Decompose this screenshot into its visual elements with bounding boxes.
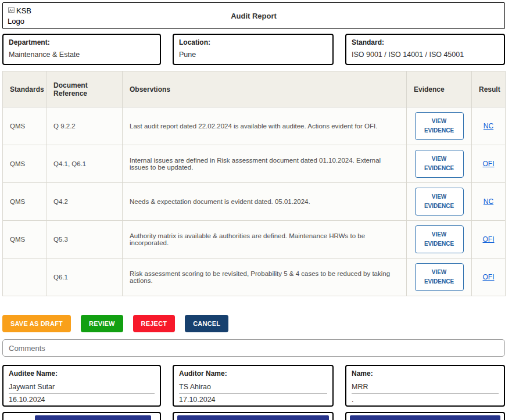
cell-observation: Needs & expectation document is evident …	[123, 183, 407, 221]
table-row: Q6.1 Risk assessment scoring to be revis…	[3, 259, 506, 296]
standard-label: Standard:	[352, 38, 499, 46]
signature-bar[interactable]	[350, 415, 500, 420]
auditee-signature-box	[2, 412, 161, 420]
result-link[interactable]: OFI	[483, 273, 495, 281]
department-field: Department: Maintenance & Estate	[2, 34, 161, 65]
location-label: Location:	[179, 38, 327, 46]
signature-bar[interactable]	[177, 415, 329, 420]
comments-input[interactable]	[2, 339, 505, 357]
name-value[interactable]: MRR	[352, 383, 499, 394]
col-header-observations: Observtions	[123, 71, 407, 107]
view-evidence-button[interactable]: VIEW EVIDENCE	[415, 263, 464, 291]
signoff-row: Auditee Name: Jaywant Sutar 16.10.2024 A…	[2, 365, 505, 407]
table-row: QMS Q5.3 Authority matrix is available &…	[3, 221, 506, 259]
cancel-button[interactable]: CANCEL	[185, 315, 228, 332]
cell-observation: Internal issues are defined in Risk asse…	[123, 145, 407, 183]
name-signoff-box: Name: MRR .	[345, 365, 505, 407]
table-row: QMS Q4.2 Needs & expectation document is…	[3, 183, 506, 221]
table-header-row: Standards Document Reference Observtions…	[3, 71, 506, 107]
cell-standard: QMS	[3, 221, 46, 259]
save-as-draft-button[interactable]: SAVE AS DRAFT	[2, 315, 71, 332]
view-evidence-button[interactable]: VIEW EVIDENCE	[415, 150, 464, 178]
signature-bar[interactable]	[35, 415, 151, 420]
report-header: KSB Logo Audit Report	[2, 2, 505, 29]
cell-doc-reference: Q 9.2.2	[46, 107, 123, 145]
name-label: Name:	[352, 369, 499, 378]
auditor-signoff-box: Auditor Name: TS Ahirao 17.10.2024	[173, 365, 334, 407]
view-evidence-button[interactable]: VIEW EVIDENCE	[415, 188, 464, 216]
result-link[interactable]: OFI	[483, 160, 495, 168]
cell-observation: Risk assessment scoring to be revisited,…	[123, 259, 407, 296]
auditee-name-label: Auditee Name:	[9, 369, 155, 378]
cell-standard	[3, 259, 46, 296]
mrr-signature-box	[345, 412, 505, 420]
result-link[interactable]: OFI	[483, 235, 495, 243]
action-button-row: SAVE AS DRAFT REVIEW REJECT CANCEL	[2, 315, 505, 332]
auditee-signoff-box: Auditee Name: Jaywant Sutar 16.10.2024	[2, 365, 161, 407]
cell-doc-reference: Q6.1	[46, 259, 123, 296]
standard-value[interactable]: ISO 9001 / ISO 14001 / ISO 45001	[352, 51, 499, 59]
auditor-name-value[interactable]: TS Ahirao	[179, 383, 327, 394]
review-button[interactable]: REVIEW	[81, 315, 123, 332]
broken-image-icon	[8, 6, 15, 14]
auditor-name-label: Auditor Name:	[179, 369, 327, 378]
audit-report-page: KSB Logo Audit Report Department: Mainte…	[0, 0, 507, 420]
col-header-document-reference: Document Reference	[46, 71, 123, 107]
info-row: Department: Maintenance & Estate Locatio…	[2, 34, 505, 65]
cell-observation: Authority matrix is available & authorit…	[123, 221, 407, 259]
auditee-date-value[interactable]: 16.10.2024	[9, 396, 155, 406]
cell-observation: Last audit report dated 22.02.2024 is av…	[123, 107, 407, 145]
view-evidence-button[interactable]: VIEW EVIDENCE	[415, 225, 464, 253]
result-link[interactable]: NC	[484, 198, 493, 206]
cell-standard: QMS	[3, 145, 46, 183]
audit-observations-table: Standards Document Reference Observtions…	[2, 71, 506, 296]
department-value[interactable]: Maintenance & Estate	[9, 51, 155, 59]
reject-button[interactable]: REJECT	[133, 315, 176, 332]
table-row: QMS Q4.1, Q6.1 Internal issues are defin…	[3, 145, 506, 183]
table-row: QMS Q 9.2.2 Last audit report dated 22.0…	[3, 107, 506, 145]
auditor-signature-box	[173, 412, 334, 420]
location-value[interactable]: Pune	[179, 51, 327, 59]
auditee-name-value[interactable]: Jaywant Sutar	[9, 383, 155, 394]
col-header-standards: Standards	[3, 71, 46, 107]
result-link[interactable]: NC	[484, 122, 493, 130]
view-evidence-button[interactable]: VIEW EVIDENCE	[415, 112, 464, 140]
ksb-logo-broken-image: KSB Logo	[8, 6, 34, 31]
standard-field: Standard: ISO 9001 / ISO 14001 / ISO 450…	[345, 34, 505, 65]
signature-row	[2, 412, 505, 420]
cell-standard: QMS	[3, 107, 46, 145]
location-field: Location: Pune	[173, 34, 334, 65]
cell-doc-reference: Q4.1, Q6.1	[46, 145, 123, 183]
name-date-value[interactable]: .	[352, 396, 499, 406]
department-label: Department:	[9, 38, 155, 46]
col-header-evidence: Evidence	[407, 71, 472, 107]
col-header-result: Result	[472, 71, 506, 107]
cell-doc-reference: Q4.2	[46, 183, 123, 221]
auditor-date-value[interactable]: 17.10.2024	[179, 396, 327, 406]
cell-doc-reference: Q5.3	[46, 221, 123, 259]
cell-standard: QMS	[3, 183, 46, 221]
page-title: Audit Report	[231, 12, 277, 20]
